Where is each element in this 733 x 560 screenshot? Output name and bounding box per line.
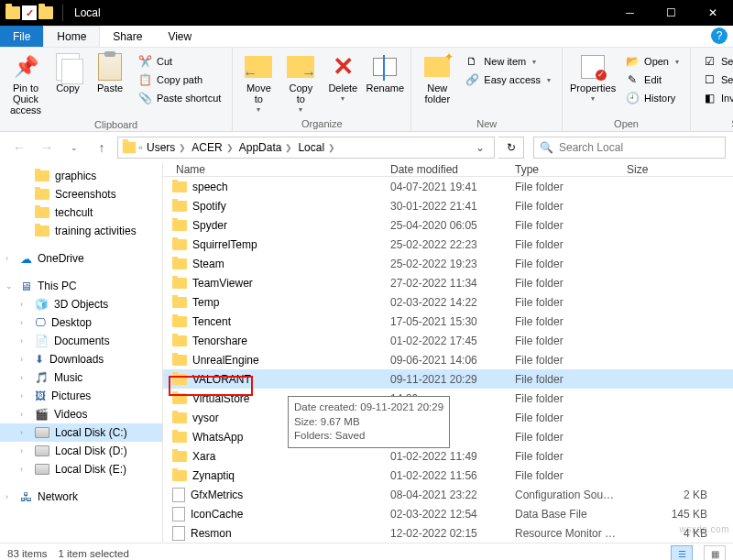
nav-onedrive[interactable]: ›☁OneDrive [0, 249, 162, 268]
close-button[interactable]: ✕ [692, 0, 733, 26]
file-name: Xara [192, 450, 215, 463]
nav-network[interactable]: ›🖧Network [0, 488, 162, 506]
address-bar[interactable]: « Users❯ ACER❯ AppData❯ Local❯ ⌄ [117, 137, 495, 159]
view-large-icons-button[interactable]: ▦ [704, 545, 726, 560]
addr-dropdown-icon[interactable]: ⌄ [470, 141, 490, 154]
file-row[interactable]: GfxMetrics08-04-2021 23:22Configuration … [163, 485, 733, 504]
view-details-button[interactable]: ☰ [671, 545, 693, 560]
copy-button[interactable]: Copy [48, 51, 88, 95]
refresh-button[interactable]: ↻ [498, 137, 524, 159]
nav-disk-d[interactable]: ›Local Disk (D:) [0, 442, 162, 460]
copy-path-button[interactable]: 📋Copy path [136, 71, 223, 88]
nav-techcult[interactable]: techcult [0, 203, 162, 222]
folder-icon [172, 316, 187, 327]
nav-back-button[interactable]: ← [7, 136, 31, 159]
file-row[interactable]: IconCache02-03-2022 12:54Data Base File1… [163, 504, 733, 523]
nav-music[interactable]: ›🎵Music [0, 368, 162, 387]
file-date: 08-04-2021 23:22 [390, 489, 515, 501]
nav-screenshots[interactable]: Screenshots [0, 185, 162, 203]
nav-3dobjects[interactable]: ›🧊3D Objects [0, 295, 162, 313]
group-new: New folder 🗋New item▾ 🔗Easy access▾ New [411, 48, 563, 131]
file-row[interactable]: speech04-07-2021 19:41File folder [163, 177, 733, 196]
new-folder-button[interactable]: New folder [417, 51, 457, 106]
crumb-acer[interactable]: ACER❯ [190, 141, 235, 154]
help-button[interactable]: ? [711, 27, 728, 44]
file-row[interactable]: Xara01-02-2022 11:49File folder [163, 446, 733, 466]
cut-button[interactable]: ✂️Cut [136, 53, 223, 70]
file-row[interactable]: Steam25-02-2022 19:23File folder [163, 254, 733, 273]
nav-downloads[interactable]: ›⬇Downloads [0, 350, 162, 368]
file-name: vysor [192, 412, 219, 424]
file-date: 02-03-2022 12:54 [390, 508, 515, 521]
nav-forward-button[interactable]: → [35, 136, 59, 159]
title-bar: ✓ Local ─ ☐ ✕ [0, 0, 733, 26]
file-type: File folder [515, 450, 627, 463]
pin-quick-access-button[interactable]: 📌Pin to Quick access [5, 51, 46, 117]
tab-share[interactable]: Share [100, 26, 155, 47]
file-icon [172, 507, 185, 522]
crumb-appdata[interactable]: AppData❯ [237, 141, 295, 154]
file-list[interactable]: Name Date modified Type Size speech04-07… [163, 163, 733, 543]
invert-selection-button[interactable]: ◧Invert selection [700, 90, 733, 106]
open-button[interactable]: 📂Open▾ [623, 53, 681, 70]
file-row[interactable]: Temp02-03-2022 14:22File folder [163, 292, 733, 312]
nav-up-button[interactable]: ↑ [90, 136, 114, 159]
file-type: File folder [515, 238, 627, 251]
col-name[interactable]: Name [172, 163, 390, 176]
folder-icon [172, 201, 187, 212]
file-row[interactable]: Spyder25-04-2020 06:05File folder [163, 215, 733, 235]
col-size[interactable]: Size [627, 163, 733, 176]
file-row[interactable]: Tencent17-05-2021 15:30File folder [163, 312, 733, 331]
minimize-button[interactable]: ─ [609, 0, 651, 26]
column-headers[interactable]: Name Date modified Type Size [163, 163, 733, 177]
select-none-button[interactable]: ☐Select none [700, 71, 733, 88]
file-row[interactable]: VALORANT09-11-2021 20:29File folder [163, 369, 733, 389]
nav-pictures[interactable]: ›🖼Pictures [0, 387, 162, 405]
copy-to-button[interactable]: Copy to▾ [280, 51, 321, 116]
edit-button[interactable]: ✎Edit [623, 71, 681, 88]
file-row[interactable]: Spotify30-01-2022 21:41File folder [163, 196, 733, 215]
addr-folder-icon [123, 142, 136, 154]
file-row[interactable]: Tenorshare01-02-2022 17:45File folder [163, 331, 733, 350]
rename-button[interactable]: Rename [365, 51, 405, 95]
select-all-button[interactable]: ☑Select all [700, 53, 733, 70]
nav-graphics[interactable]: graphics [0, 167, 162, 185]
nav-training[interactable]: training activities [0, 222, 162, 240]
easy-access-button[interactable]: 🔗Easy access▾ [463, 71, 552, 88]
delete-button[interactable]: ✕Delete▾ [323, 51, 363, 105]
tab-file[interactable]: File [0, 26, 43, 47]
file-row[interactable]: SquirrelTemp25-02-2022 22:23File folder [163, 235, 733, 254]
file-row[interactable]: Resmon12-02-2022 02:15Resource Monitor …… [163, 523, 733, 543]
search-input[interactable]: 🔍 Search Local [533, 137, 726, 159]
nav-videos[interactable]: ›🎬Videos [0, 405, 162, 423]
paste-button[interactable]: Paste [90, 51, 130, 95]
maximize-button[interactable]: ☐ [651, 0, 692, 26]
ribbon: 📌Pin to Quick access Copy Paste ✂️Cut 📋C… [0, 48, 733, 132]
nav-disk-c[interactable]: ›Local Disk (C:) [0, 423, 162, 442]
qat-properties-icon[interactable]: ✓ [22, 5, 37, 20]
col-type[interactable]: Type [515, 163, 627, 176]
nav-recent-button[interactable]: ⌄ [62, 136, 86, 159]
nav-thispc[interactable]: ⌄🖥This PC [0, 277, 162, 295]
file-name: VALORANT [192, 373, 251, 386]
nav-documents[interactable]: ›📄Documents [0, 332, 162, 350]
move-to-button[interactable]: Move to▾ [238, 51, 279, 116]
file-name: TeamViewer [192, 277, 253, 290]
file-row[interactable]: TeamViewer27-02-2022 11:34File folder [163, 273, 733, 292]
crumb-users[interactable]: Users❯ [145, 141, 188, 154]
file-row[interactable]: UnrealEngine09-06-2021 14:06File folder [163, 350, 733, 369]
tab-view[interactable]: View [155, 26, 204, 47]
paste-shortcut-button[interactable]: 📎Paste shortcut [136, 90, 223, 106]
col-date[interactable]: Date modified [390, 163, 515, 176]
properties-button[interactable]: Properties▾ [568, 51, 618, 105]
folder-icon [172, 412, 187, 423]
qat-folder-icon[interactable] [38, 6, 53, 19]
new-item-button[interactable]: 🗋New item▾ [463, 53, 552, 70]
crumb-local[interactable]: Local❯ [296, 141, 337, 154]
nav-desktop[interactable]: ›🖵Desktop [0, 313, 162, 332]
navigation-pane[interactable]: graphics Screenshots techcult training a… [0, 163, 163, 543]
file-row[interactable]: Zynaptiq01-02-2022 11:56File folder [163, 466, 733, 485]
history-button[interactable]: 🕘History [623, 90, 681, 106]
nav-disk-e[interactable]: ›Local Disk (E:) [0, 460, 162, 478]
tab-home[interactable]: Home [43, 26, 100, 47]
